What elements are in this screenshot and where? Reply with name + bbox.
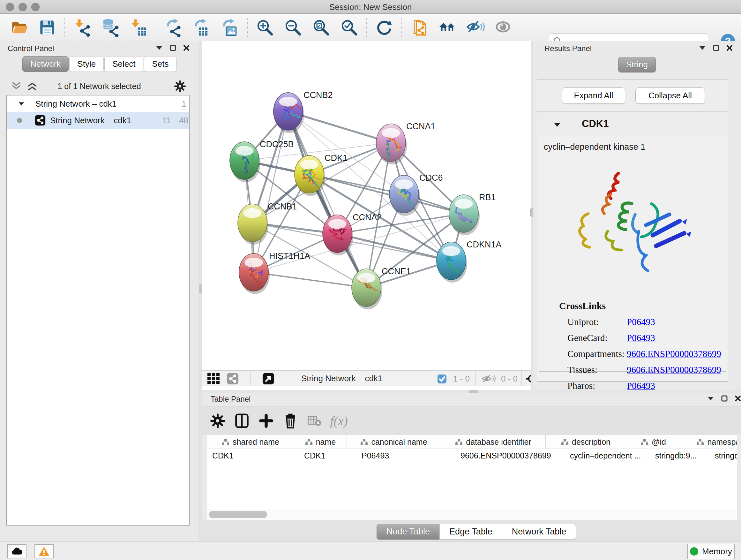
gene-header-row[interactable]: CDK1 bbox=[537, 113, 728, 136]
node-table[interactable]: shared namenamecanonical namedatabase id… bbox=[207, 435, 737, 520]
network-node-CDC6[interactable]: CDC6 bbox=[389, 173, 443, 216]
tab-node-table[interactable]: Node Table bbox=[377, 524, 440, 540]
table-cell[interactable]: cyclin–dependent ... bbox=[565, 449, 650, 462]
tab-style[interactable]: Style bbox=[69, 56, 104, 72]
tab-network-table[interactable]: Network Table bbox=[502, 524, 576, 540]
tab-network[interactable]: Network bbox=[22, 56, 69, 72]
share-view-icon[interactable] bbox=[226, 373, 239, 385]
column-header-shared-name[interactable]: shared name bbox=[207, 435, 294, 449]
collapse-panel-icon[interactable] bbox=[156, 46, 163, 50]
title-bar: Session: New Session bbox=[0, 0, 741, 14]
zoom-selected-icon[interactable] bbox=[339, 17, 359, 38]
collapse-panel-icon[interactable] bbox=[707, 396, 714, 401]
hide-selected-icon[interactable] bbox=[465, 17, 486, 38]
refresh-icon[interactable] bbox=[374, 17, 394, 38]
column-header-database-identifier[interactable]: database identifier bbox=[441, 435, 546, 449]
zoom-in-icon[interactable] bbox=[255, 17, 275, 38]
import-network-icon[interactable] bbox=[72, 17, 92, 38]
table-cell[interactable]: CDK1 bbox=[299, 449, 356, 462]
close-panel-icon[interactable] bbox=[726, 45, 733, 51]
export-image-icon[interactable] bbox=[219, 17, 240, 38]
crosslink-link[interactable]: 9606.ENSP00000378699 bbox=[627, 349, 721, 359]
delete-column-trash-icon[interactable] bbox=[281, 412, 299, 430]
tab-sets[interactable]: Sets bbox=[144, 56, 177, 72]
export-table-icon[interactable] bbox=[192, 17, 212, 38]
table-pane-divider[interactable] bbox=[202, 390, 741, 393]
share-file-icon[interactable] bbox=[409, 17, 429, 38]
float-panel-icon[interactable] bbox=[721, 395, 728, 401]
network-selection-status: 1 of 1 Network selected bbox=[0, 82, 199, 91]
toolbar-separator bbox=[156, 18, 156, 37]
column-header-namespace[interactable]: namespace bbox=[681, 435, 737, 449]
cloud-button[interactable] bbox=[7, 544, 26, 558]
zoom-out-icon[interactable] bbox=[283, 17, 303, 38]
column-header-canonical-name[interactable]: canonical name bbox=[347, 435, 441, 449]
network-node-CCNE1[interactable]: CCNE1 bbox=[352, 266, 411, 309]
birds-eye-view-icon[interactable] bbox=[262, 373, 274, 385]
network-node-CCNB2[interactable]: CCNB2 bbox=[273, 90, 333, 133]
table-row[interactable]: CDK1CDK1P064939606.ENSP00000378699cyclin… bbox=[207, 449, 737, 462]
float-panel-icon[interactable] bbox=[713, 45, 719, 51]
tab-select[interactable]: Select bbox=[105, 56, 143, 72]
left-pane-divider[interactable] bbox=[199, 41, 202, 541]
crosslink-row: Compartments:9606.ENSP00000378699 bbox=[567, 349, 726, 359]
network-edge-CCNB2-CCNE1[interactable] bbox=[288, 111, 366, 288]
node-label-CCNE1: CCNE1 bbox=[382, 266, 411, 276]
network-node-CDK1[interactable]: CDK1 bbox=[294, 153, 347, 196]
table-cell[interactable]: CDK1 bbox=[207, 449, 299, 462]
float-panel-icon[interactable] bbox=[170, 45, 176, 51]
network-node-RB1[interactable]: RB1 bbox=[449, 192, 496, 235]
crosslink-link[interactable]: P06493 bbox=[627, 381, 655, 391]
grid-view-icon[interactable] bbox=[207, 373, 220, 384]
selected-checkbox-icon[interactable] bbox=[437, 374, 447, 384]
crosslink-row: GeneCard:P06493 bbox=[567, 333, 726, 343]
collapse-all-button[interactable]: Collapse All bbox=[635, 87, 705, 104]
column-header-id[interactable]: @id bbox=[626, 435, 681, 449]
table-cell[interactable]: stringdb bbox=[710, 449, 737, 462]
save-session-icon[interactable] bbox=[37, 17, 57, 38]
network-collection-row[interactable]: String Network – cdk1 1 bbox=[7, 96, 189, 112]
results-panel-window-icons bbox=[699, 45, 733, 51]
homes-icon[interactable] bbox=[437, 17, 458, 38]
collapse-panel-icon[interactable] bbox=[699, 46, 706, 50]
main-toolbar: ? bbox=[0, 14, 741, 41]
crosslink-link[interactable]: 9606.ENSP00000378699 bbox=[627, 365, 721, 375]
node-label-HIST1H1A: HIST1H1A bbox=[269, 251, 310, 261]
table-cell[interactable]: 9606.ENSP00000378699 bbox=[455, 449, 565, 462]
create-column-icon[interactable] bbox=[257, 412, 275, 430]
tab-edge-table[interactable]: Edge Table bbox=[440, 524, 502, 540]
toolbar-separator bbox=[64, 18, 65, 37]
crosslink-link[interactable]: P06493 bbox=[627, 317, 655, 327]
export-network-icon[interactable] bbox=[163, 17, 184, 38]
import-table-icon[interactable] bbox=[128, 17, 149, 38]
show-columns-icon[interactable] bbox=[233, 412, 251, 430]
network-row[interactable]: String Network – cdk1 11 48 bbox=[7, 112, 189, 129]
zoom-fit-icon[interactable] bbox=[311, 17, 331, 38]
network-node-CDC25B[interactable]: CDC25B bbox=[230, 139, 294, 182]
table-cell[interactable]: P06493 bbox=[356, 449, 455, 462]
network-edge-HIST1H1A-CCNE1[interactable] bbox=[254, 272, 366, 288]
warnings-button[interactable] bbox=[35, 544, 54, 558]
import-network-database-icon[interactable] bbox=[100, 17, 121, 38]
crosslink-link[interactable]: P06493 bbox=[627, 333, 655, 343]
show-all-icon[interactable] bbox=[493, 17, 514, 38]
memory-button[interactable]: Memory bbox=[687, 544, 735, 559]
network-node-HIST1H1A[interactable]: HIST1H1A bbox=[239, 251, 310, 294]
network-node-CDKN1A[interactable]: CDKN1A bbox=[436, 240, 502, 283]
collection-expander-icon[interactable] bbox=[18, 102, 24, 106]
table-settings-gear-icon[interactable] bbox=[209, 412, 226, 430]
expand-all-button[interactable]: Expand All bbox=[562, 87, 625, 104]
table-horizontal-scrollbar[interactable] bbox=[207, 509, 736, 520]
network-options-gear-icon[interactable] bbox=[174, 80, 186, 92]
table-cell[interactable]: stringdb:9... bbox=[650, 449, 710, 462]
network-canvas[interactable]: CCNB2CCNA1CDC25BCDK1CDC6RB1CCNB1CCNA2CDK… bbox=[202, 41, 531, 390]
close-panel-icon[interactable] bbox=[735, 395, 741, 401]
network-edge-CCNB2-HIST1H1A[interactable] bbox=[254, 111, 288, 272]
gene-expander-icon[interactable] bbox=[554, 123, 561, 127]
open-session-icon[interactable] bbox=[9, 17, 29, 38]
network-graph[interactable]: CCNB2CCNA1CDC25BCDK1CDC6RB1CCNB1CCNA2CDK… bbox=[202, 41, 531, 370]
column-header-name[interactable]: name bbox=[294, 435, 347, 449]
tab-string-results[interactable]: String bbox=[618, 57, 656, 72]
close-panel-icon[interactable] bbox=[183, 45, 190, 51]
column-header-description[interactable]: description bbox=[546, 435, 626, 449]
